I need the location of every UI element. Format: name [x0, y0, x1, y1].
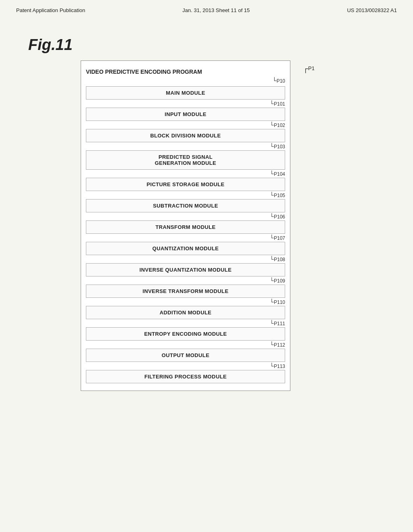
module-block-10: ADDITION MODULE — [86, 306, 285, 319]
block-id-4: └P105 — [81, 192, 290, 198]
p10-label: └P10 — [81, 77, 290, 84]
module-block-6: TRANSFORM MODULE — [86, 220, 285, 234]
block-wrapper-9: INVERSE TRANSFORM MODULE└P110 — [81, 285, 290, 305]
module-block-12: OUTPUT MODULE — [86, 349, 285, 362]
module-block-11: ENTROPY ENCODING MODULE — [86, 327, 285, 341]
block-id-12: └P113 — [81, 363, 290, 369]
module-block-0: MAIN MODULE — [86, 86, 285, 100]
block-id-10: └P111 — [81, 320, 290, 326]
block-wrapper-1: INPUT MODULE└P102 — [81, 108, 290, 128]
block-wrapper-5: SUBTRACTION MODULE└P106 — [81, 199, 290, 220]
block-id-5: └P106 — [81, 213, 290, 220]
module-block-1: INPUT MODULE — [86, 108, 285, 121]
block-wrapper-2: BLOCK DIVISION MODULE└P103 — [81, 129, 290, 150]
module-block-9: INVERSE TRANSFORM MODULE — [86, 285, 285, 298]
module-block-7: QUANTIZATION MODULE — [86, 242, 285, 255]
block-wrapper-11: ENTROPY ENCODING MODULE└P112 — [81, 327, 290, 348]
p1-label: ┌P1 — [303, 65, 315, 71]
block-id-1: └P102 — [81, 122, 290, 128]
block-id-8: └P109 — [81, 277, 290, 284]
block-id-2: └P103 — [81, 143, 290, 150]
block-wrapper-0: MAIN MODULE└P101 — [81, 86, 290, 107]
block-id-3: └P104 — [81, 170, 290, 177]
block-wrapper-8: INVERSE QUANTIZATION MODULE└P109 — [81, 263, 290, 284]
page-header: Patent Application Publication Jan. 31, … — [0, 0, 413, 17]
figure-title: Fig.11 — [28, 36, 73, 54]
module-block-13: FILTERING PROCESS MODULE — [86, 370, 285, 383]
block-id-6: └P107 — [81, 235, 290, 241]
outer-program-box: VIDEO PREDICTIVE ENCODING PROGRAM └P10 M… — [81, 60, 290, 391]
diagram-area: ┌P1 VIDEO PREDICTIVE ENCODING PROGRAM └P… — [81, 60, 290, 391]
header-center: Jan. 31, 2013 Sheet 11 of 15 — [182, 7, 250, 13]
block-wrapper-3: PREDICTED SIGNALGENERATION MODULE└P104 — [81, 150, 290, 177]
block-id-9: └P110 — [81, 299, 290, 305]
header-left: Patent Application Publication — [16, 7, 85, 13]
header-right: US 2013/0028322 A1 — [347, 7, 397, 13]
block-wrapper-12: OUTPUT MODULE└P113 — [81, 349, 290, 369]
outer-p1-container: ┌P1 VIDEO PREDICTIVE ENCODING PROGRAM └P… — [81, 60, 290, 391]
block-wrapper-10: ADDITION MODULE└P111 — [81, 306, 290, 326]
block-id-7: └P108 — [81, 256, 290, 262]
module-block-2: BLOCK DIVISION MODULE — [86, 129, 285, 142]
program-label: VIDEO PREDICTIVE ENCODING PROGRAM — [81, 65, 290, 77]
block-wrapper-13: FILTERING PROCESS MODULE — [81, 370, 290, 383]
blocks-container: MAIN MODULE└P101INPUT MODULE└P102BLOCK D… — [81, 86, 290, 383]
module-block-3: PREDICTED SIGNALGENERATION MODULE — [86, 150, 285, 170]
module-block-4: PICTURE STORAGE MODULE — [86, 178, 285, 191]
block-id-0: └P101 — [81, 100, 290, 107]
block-id-11: └P112 — [81, 341, 290, 348]
module-block-8: INVERSE QUANTIZATION MODULE — [86, 263, 285, 276]
block-wrapper-7: QUANTIZATION MODULE└P108 — [81, 242, 290, 262]
module-block-5: SUBTRACTION MODULE — [86, 199, 285, 212]
block-wrapper-4: PICTURE STORAGE MODULE└P105 — [81, 178, 290, 198]
block-wrapper-6: TRANSFORM MODULE└P107 — [81, 220, 290, 241]
